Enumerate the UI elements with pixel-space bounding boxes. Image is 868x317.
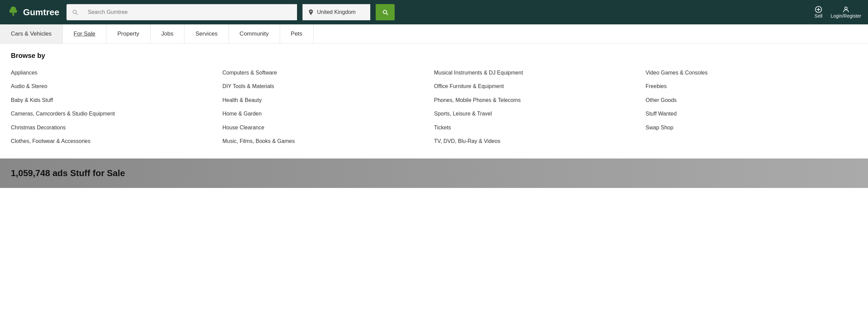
- sell-button[interactable]: Sell: [814, 6, 822, 19]
- nav-item-property[interactable]: Property: [106, 24, 150, 43]
- location-area: United Kingdom: [302, 4, 370, 20]
- svg-point-3: [14, 9, 17, 13]
- login-label: Login/Register: [831, 13, 861, 19]
- category-col-3: Musical Instruments & DJ Equipment Offic…: [434, 69, 646, 145]
- link-other-goods[interactable]: Other Goods: [646, 97, 857, 104]
- category-col-1: Appliances Audio & Stereo Baby & Kids St…: [11, 69, 222, 145]
- logo-text: Gumtree: [23, 7, 59, 18]
- category-col-4: Video Games & Consoles Freebies Other Go…: [646, 69, 857, 145]
- nav-bar: Cars & Vehicles For Sale Property Jobs S…: [0, 24, 868, 44]
- header: Gumtree United Kingdom Sell: [0, 0, 868, 24]
- login-button[interactable]: Login/Register: [831, 6, 861, 19]
- link-sports[interactable]: Sports, Leisure & Travel: [434, 110, 646, 118]
- link-house-clearance[interactable]: House Clearance: [222, 124, 434, 131]
- sell-label: Sell: [814, 13, 822, 19]
- nav-item-cars[interactable]: Cars & Vehicles: [0, 24, 63, 43]
- nav-item-pets[interactable]: Pets: [280, 24, 314, 43]
- link-audio-stereo[interactable]: Audio & Stereo: [11, 83, 222, 90]
- search-input[interactable]: [83, 4, 297, 20]
- link-office-furniture[interactable]: Office Furniture & Equipment: [434, 83, 646, 90]
- search-bar: [66, 4, 297, 20]
- location-value: United Kingdom: [317, 9, 356, 15]
- link-musical-instruments[interactable]: Musical Instruments & DJ Equipment: [434, 69, 646, 77]
- logo-area: Gumtree: [7, 6, 61, 19]
- link-video-games[interactable]: Video Games & Consoles: [646, 69, 857, 77]
- search-button[interactable]: [376, 4, 395, 20]
- svg-point-5: [845, 7, 847, 9]
- categories-grid: Appliances Audio & Stereo Baby & Kids St…: [11, 69, 857, 153]
- browse-section: Browse by Appliances Audio & Stereo Baby…: [0, 44, 868, 153]
- category-col-2: Computers & Software DIY Tools & Materia…: [222, 69, 434, 145]
- search-submit-icon: [382, 9, 389, 16]
- footer-banner: 1,059,748 ads Stuff for Sale: [0, 158, 868, 188]
- link-tickets[interactable]: Tickets: [434, 124, 646, 131]
- link-health-beauty[interactable]: Health & Beauty: [222, 97, 434, 104]
- search-icon: [67, 4, 83, 20]
- link-christmas[interactable]: Christmas Decorations: [11, 124, 222, 131]
- link-appliances[interactable]: Appliances: [11, 69, 222, 77]
- link-tv-dvd[interactable]: TV, DVD, Blu-Ray & Videos: [434, 138, 646, 145]
- nav-item-forsale[interactable]: For Sale: [63, 24, 106, 43]
- nav-item-services[interactable]: Services: [184, 24, 229, 43]
- link-diy-tools[interactable]: DIY Tools & Materials: [222, 83, 434, 90]
- nav-item-community[interactable]: Community: [229, 24, 280, 43]
- link-stuff-wanted[interactable]: Stuff Wanted: [646, 110, 857, 118]
- link-clothes[interactable]: Clothes, Footwear & Accessories: [11, 138, 222, 145]
- link-computers[interactable]: Computers & Software: [222, 69, 434, 77]
- link-baby-kids[interactable]: Baby & Kids Stuff: [11, 97, 222, 104]
- link-swap-shop[interactable]: Swap Shop: [646, 124, 857, 131]
- link-phones[interactable]: Phones, Mobile Phones & Telecoms: [434, 97, 646, 104]
- sell-icon: [815, 6, 822, 13]
- footer-banner-text: 1,059,748 ads Stuff for Sale: [11, 168, 125, 178]
- link-music-films[interactable]: Music, Films, Books & Games: [222, 138, 434, 145]
- nav-item-jobs[interactable]: Jobs: [151, 24, 185, 43]
- user-icon: [842, 6, 850, 13]
- svg-point-2: [9, 9, 13, 13]
- browse-title: Browse by: [11, 52, 857, 60]
- svg-rect-1: [13, 12, 14, 16]
- link-home-garden[interactable]: Home & Garden: [222, 110, 434, 118]
- header-actions: Sell Login/Register: [814, 6, 861, 19]
- link-freebies[interactable]: Freebies: [646, 83, 857, 90]
- gumtree-logo-icon: [7, 6, 20, 19]
- link-cameras[interactable]: Cameras, Camcorders & Studio Equipment: [11, 110, 222, 118]
- location-pin-icon: [308, 9, 314, 16]
